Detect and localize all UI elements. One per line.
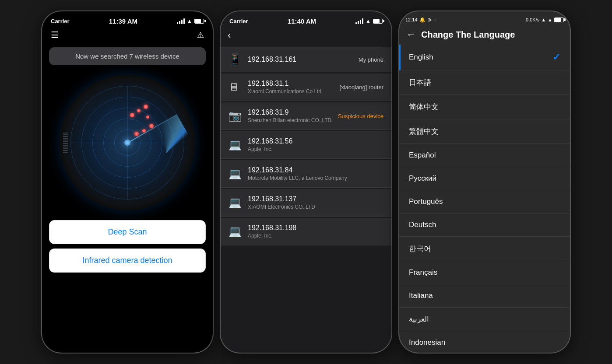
battery-icon [194, 19, 204, 24]
device-ip-5: 192.168.31.84 [248, 166, 383, 174]
lang-item-arabic[interactable]: العربية [399, 308, 570, 331]
device-item-4[interactable]: 💻 192.168.31.56 Apple, Inc. [221, 131, 391, 159]
device-ip-1: 192.168.31.161 [248, 56, 352, 63]
lang-item-korean[interactable]: 한국어 [399, 237, 570, 261]
carrier-1: Carrier [51, 18, 70, 24]
device-icon-phone: 📱 [229, 53, 242, 66]
infrared-button[interactable]: Infrared camera detection [49, 248, 206, 273]
time-3: 12:14 [405, 17, 418, 22]
wifi-icon-3: ▲ [548, 17, 552, 22]
lang-name-russian: Русский [409, 174, 436, 183]
p3-nav: ← Change The Language [399, 26, 570, 45]
lang-item-simplified-chinese[interactable]: 简体中文 [399, 95, 570, 119]
deep-scan-button[interactable]: Deep Scan [49, 220, 206, 244]
signal-icon-2 [355, 18, 363, 24]
device-vendor-7: Apple, Inc. [248, 233, 383, 239]
device-vendor-2: Xiaomi Communications Co Ltd [248, 88, 334, 94]
device-icon-laptop-4: 💻 [229, 225, 242, 238]
lang-name-arabic: العربية [409, 315, 429, 324]
search-result-text: Now we searched 7 wireless device [75, 52, 179, 60]
lang-item-spanish[interactable]: Español [399, 144, 570, 167]
back-button[interactable]: ‹ [228, 30, 231, 41]
status-bar-1: Carrier 11:39 AM ▲ [42, 11, 213, 28]
lang-item-french[interactable]: Français [399, 261, 570, 284]
lang-item-english[interactable]: English ✓ [399, 45, 570, 70]
blip-7 [134, 132, 139, 136]
device-ip-2: 192.168.31.1 [248, 80, 334, 88]
device-item-1[interactable]: 📱 192.168.31.161 My phone [221, 47, 391, 72]
page-title-language: Change The Language [421, 30, 515, 40]
device-tag-1: My phone [359, 56, 383, 63]
radar-center [124, 140, 130, 146]
lang-name-traditional-chinese: 繁體中文 [409, 126, 439, 136]
p1-nav: ☰ ⚠ [42, 28, 213, 45]
lang-item-german[interactable]: Deutsch [399, 214, 570, 237]
device-ip-7: 192.168.31.198 [248, 224, 383, 232]
lang-name-portuguese: Português [409, 197, 443, 206]
device-list: 📱 192.168.31.161 My phone 🖥 192.168.31.1… [221, 46, 391, 248]
device-item-5[interactable]: 💻 192.168.31.84 Motorola Mobility LLC, a… [221, 160, 391, 188]
device-icon-laptop-2: 💻 [229, 168, 242, 180]
blip-1 [130, 113, 134, 117]
device-icon-laptop-3: 💻 [229, 196, 242, 209]
lang-item-indonesian[interactable]: Indonesian [399, 331, 570, 353]
device-vendor-3: Shenzhen Bilian electronic CO.,LTD [248, 117, 332, 123]
device-info-7: 192.168.31.198 Apple, Inc. [248, 224, 383, 239]
status-bar-2: Carrier 11:40 AM ▲ [221, 11, 391, 28]
blip-2 [137, 109, 141, 112]
device-item-6[interactable]: 💻 192.168.31.137 XIAOMI Electronics,CO.,… [221, 189, 391, 217]
lang-name-italian: Italiana [409, 291, 433, 300]
radar-ticks [63, 133, 68, 153]
lang-item-russian[interactable]: Русский [399, 167, 570, 190]
device-vendor-4: Apple, Inc. [248, 146, 383, 152]
lang-name-simplified-chinese: 简体中文 [409, 102, 439, 112]
lang-name-japanese: 日本語 [409, 77, 431, 88]
device-vendor-6: XIAOMI Electronics,CO.,LTD [248, 204, 383, 210]
phone-2: Carrier 11:40 AM ▲ ‹ 📱 192.168.31.161 My… [221, 11, 391, 353]
phone-1: Carrier 11:39 AM ▲ ☰ ⚠ Now we searched 7… [42, 11, 213, 353]
back-button-3[interactable]: ← [406, 29, 416, 40]
sos-icon: ⊕ [427, 17, 431, 23]
lang-item-portuguese[interactable]: Português [399, 190, 570, 214]
status-bar-3: 12:14 🔔 ⊕ ··· 0.0K/s ▲ ▲ [399, 11, 570, 26]
device-item-3[interactable]: 📷 192.168.31.9 Shenzhen Bilian electroni… [221, 102, 391, 130]
device-item-7[interactable]: 💻 192.168.31.198 Apple, Inc. [221, 218, 391, 245]
device-item-2[interactable]: 🖥 192.168.31.1 Xiaomi Communications Co … [221, 74, 391, 101]
lang-item-italian[interactable]: Italiana [399, 284, 570, 308]
device-vendor-5: Motorola Mobility LLC, a Lenovo Company [248, 175, 383, 181]
time-1: 11:39 AM [109, 18, 137, 25]
device-info-1: 192.168.31.161 [248, 56, 352, 63]
radar-display [60, 75, 195, 210]
battery-icon-3 [554, 18, 564, 22]
device-icon-router: 🖥 [229, 81, 242, 93]
carrier-2: Carrier [229, 18, 248, 24]
menu-icon[interactable]: ☰ [51, 30, 59, 40]
network-speed: 0.0K/s [526, 17, 539, 22]
device-ip-4: 192.168.31.56 [248, 137, 383, 145]
blip-5 [149, 124, 154, 128]
device-info-4: 192.168.31.56 Apple, Inc. [248, 137, 383, 152]
device-info-2: 192.168.31.1 Xiaomi Communications Co Lt… [248, 80, 334, 94]
time-2: 11:40 AM [288, 18, 316, 25]
signal-icon-3: ▲ [541, 17, 546, 22]
lang-name-spanish: Español [409, 151, 436, 160]
checkmark-english: ✓ [552, 52, 560, 63]
device-tag-suspicious: Suspicious device [338, 113, 383, 119]
status-left-3: 12:14 🔔 ⊕ ··· [405, 17, 437, 23]
device-icon-laptop-1: 💻 [229, 139, 242, 151]
device-info-3: 192.168.31.9 Shenzhen Bilian electronic … [248, 108, 332, 123]
alert-icon[interactable]: ⚠ [197, 30, 204, 40]
phone-3: 12:14 🔔 ⊕ ··· 0.0K/s ▲ ▲ ← Change The La… [399, 11, 570, 353]
lang-item-traditional-chinese[interactable]: 繁體中文 [399, 119, 570, 144]
device-icon-camera: 📷 [229, 110, 242, 122]
dots-icon: ··· [433, 17, 437, 22]
selected-accent [399, 50, 401, 68]
p2-nav: ‹ [221, 28, 391, 46]
wifi-icon-2: ▲ [366, 18, 371, 24]
device-ip-6: 192.168.31.137 [248, 195, 383, 203]
device-ip-3: 192.168.31.9 [248, 108, 332, 116]
lang-item-japanese[interactable]: 日本語 [399, 70, 570, 95]
signal-icon [177, 18, 185, 24]
lang-name-korean: 한국어 [409, 244, 431, 254]
device-tag-2: [xiaoqiang] router [340, 84, 383, 91]
